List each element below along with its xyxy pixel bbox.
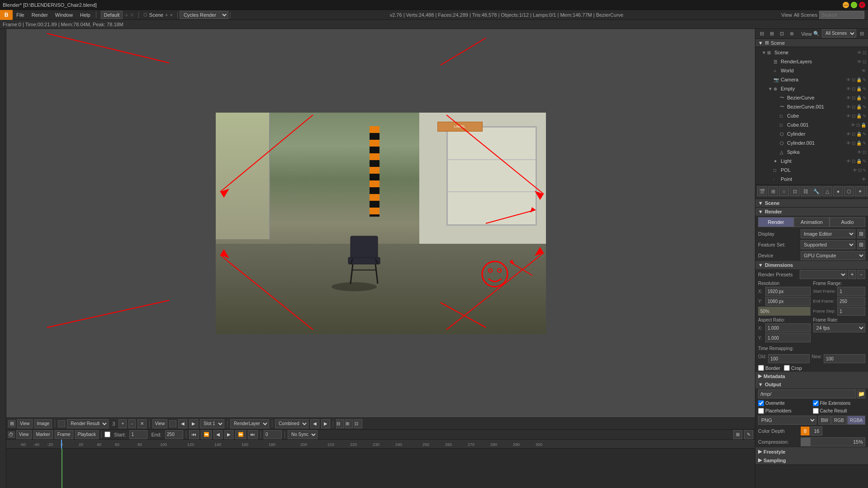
- tl-play-reverse[interactable]: ◀: [213, 430, 223, 439]
- tb-icon3[interactable]: ⊡: [354, 419, 362, 428]
- tl-frame-btn[interactable]: Frame: [55, 430, 73, 439]
- menu-file[interactable]: File: [13, 10, 28, 19]
- scene-cursor[interactable]: ⊡: [863, 50, 866, 55]
- render-layer-select[interactable]: RenderLayer: [230, 419, 269, 428]
- cube-eye[interactable]: 👁: [846, 114, 851, 118]
- bc001-eye[interactable]: 👁: [846, 104, 851, 109]
- pol-edit[interactable]: ✎: [863, 168, 866, 173]
- freestyle-header[interactable]: ▶ Freestyle: [755, 447, 868, 456]
- tree-item-cylinder001[interactable]: ⬡ Cylinder.001 👁 ⊡ 🔒 ✎: [755, 138, 868, 147]
- pol-cursor[interactable]: ⊡: [858, 168, 862, 173]
- cube001-lock[interactable]: 🔒: [861, 123, 866, 128]
- outliner[interactable]: ▼ ⊞ Scene 👁 ⊡ ☰ RenderLayers: [755, 47, 868, 185]
- global-search-input[interactable]: [819, 11, 864, 19]
- cyl-lock[interactable]: 🔒: [856, 132, 862, 137]
- window-controls[interactable]: — □ ✕: [843, 2, 865, 8]
- prop-tab-texture[interactable]: ⬡: [844, 186, 854, 196]
- tb-prev-btn[interactable]: ◀: [178, 419, 187, 428]
- color-depth-8[interactable]: 8: [801, 426, 810, 436]
- prop-scene-header[interactable]: ▼ Scene: [755, 199, 868, 207]
- slot-select[interactable]: Slot 1: [200, 419, 224, 428]
- aspect-x-value[interactable]: 1.000: [765, 323, 811, 332]
- presets-select[interactable]: [800, 270, 847, 279]
- bw-btn[interactable]: BW: [818, 416, 831, 425]
- cube001-eye[interactable]: 👁: [851, 123, 855, 128]
- cube-edit[interactable]: ✎: [863, 114, 866, 118]
- prop-tab-object[interactable]: ⊡: [790, 186, 800, 196]
- tl-start-input[interactable]: [129, 430, 147, 439]
- tree-item-empty[interactable]: ▼ ⊕ Empty 👁 ⊡ 🔒 ✎: [755, 84, 868, 93]
- light-eye[interactable]: 👁: [846, 159, 851, 164]
- prop-tab-material[interactable]: ●: [833, 186, 843, 196]
- timeline-track-area[interactable]: [6, 449, 755, 488]
- placeholders-label[interactable]: Placeholders: [758, 408, 811, 414]
- tb-del-btn[interactable]: -: [128, 419, 135, 428]
- output-path-input[interactable]: [758, 389, 856, 398]
- search-label[interactable]: All Scenes: [794, 12, 817, 18]
- rp-search-icon[interactable]: 🔍: [812, 29, 821, 38]
- tree-item-cube[interactable]: □ Cube 👁 ⊡ 🔒 ✎: [755, 111, 868, 120]
- frame-step-value[interactable]: 1: [837, 307, 865, 316]
- cyl001-cursor[interactable]: ⊡: [852, 141, 855, 146]
- light-cursor[interactable]: ⊡: [852, 159, 855, 164]
- empty-eye[interactable]: 👁: [846, 86, 851, 91]
- spika-cursor[interactable]: ⊡: [863, 150, 866, 155]
- tl-next-frame[interactable]: ⏩: [235, 430, 246, 439]
- tb-add-btn[interactable]: +: [119, 419, 127, 428]
- menu-help[interactable]: Help: [76, 10, 94, 19]
- border-label[interactable]: Border: [758, 365, 780, 371]
- tree-item-scene[interactable]: ▼ ⊞ Scene 👁 ⊡: [755, 48, 868, 57]
- prop-tab-data[interactable]: △: [822, 186, 832, 196]
- layout-selector[interactable]: Default: [101, 11, 123, 19]
- tl-end-input[interactable]: [165, 430, 183, 439]
- tree-item-renderlayers[interactable]: ☰ RenderLayers 👁 ⊡: [755, 57, 868, 66]
- rp-view-label[interactable]: View: [802, 29, 811, 38]
- new-value[interactable]: 100: [824, 354, 865, 363]
- tree-item-cylinder[interactable]: ⬡ Cylinder 👁 ⊡ 🔒 ✎: [755, 129, 868, 138]
- rp-icon-view[interactable]: ⊟: [757, 29, 766, 38]
- file-ext-label[interactable]: File Extensions: [813, 400, 866, 406]
- prop-tab-world[interactable]: ○: [779, 186, 789, 196]
- rp-scenes-select[interactable]: All Scenes: [822, 29, 856, 38]
- tl-icon[interactable]: ⏱: [8, 431, 14, 438]
- file-format-select[interactable]: PNG JPEG OpenEXR: [758, 416, 816, 425]
- tl-playback-btn[interactable]: Playback: [75, 430, 99, 439]
- view-label[interactable]: View: [781, 12, 792, 18]
- color-depth-16[interactable]: 16: [811, 426, 822, 436]
- tree-item-pol[interactable]: □ POL 👁 ⊡ ✎: [755, 166, 868, 175]
- cam-edit[interactable]: ✎: [863, 77, 866, 82]
- placeholders-checkbox[interactable]: [758, 408, 764, 414]
- tl-sync-select[interactable]: No Sync: [288, 430, 318, 439]
- cache-result-checkbox[interactable]: [813, 408, 819, 414]
- presets-del-btn[interactable]: -: [857, 270, 865, 279]
- tl-jump-start[interactable]: ⏮: [189, 430, 199, 439]
- view-mode-icon[interactable]: ⊞: [8, 420, 15, 427]
- bc001-lock[interactable]: 🔒: [856, 104, 862, 109]
- cyl001-edit[interactable]: ✎: [863, 141, 866, 146]
- tb-icon2[interactable]: ⊞: [345, 419, 353, 428]
- light-edit[interactable]: ✎: [863, 159, 866, 164]
- rl-eye[interactable]: 👁: [857, 59, 862, 64]
- cyl-cursor[interactable]: ⊡: [852, 132, 855, 137]
- device-select[interactable]: GPU Compute: [801, 251, 865, 260]
- tl-current-frame[interactable]: [264, 430, 282, 439]
- tb-prev2-btn[interactable]: ◀: [310, 419, 319, 428]
- image-button[interactable]: Image: [34, 419, 52, 428]
- cube-lock[interactable]: 🔒: [856, 114, 862, 118]
- bc-cursor[interactable]: ⊡: [852, 95, 855, 100]
- dimensions-header[interactable]: ▼ Dimensions: [755, 261, 868, 269]
- res-percent[interactable]: 50%: [758, 307, 811, 316]
- rgb-btn[interactable]: RGB: [831, 416, 847, 425]
- pol-eye[interactable]: 👁: [853, 168, 857, 173]
- tl-play[interactable]: ▶: [224, 430, 233, 439]
- tl-marker-btn[interactable]: Marker: [33, 430, 53, 439]
- res-x-value[interactable]: 1920 px: [765, 287, 811, 296]
- prop-tab-constraint[interactable]: ⛓: [801, 186, 811, 196]
- render-result-select[interactable]: Render Result: [67, 419, 109, 428]
- render-tab-animation[interactable]: Animation: [794, 217, 830, 227]
- close-button[interactable]: ✕: [859, 2, 865, 8]
- tree-item-beziercurve[interactable]: 〜 BezierCurve 👁 ⊡ 🔒 ✎: [755, 93, 868, 102]
- menu-render[interactable]: Render: [28, 10, 52, 19]
- feature-set-select[interactable]: Supported: [801, 240, 855, 249]
- maximize-button[interactable]: □: [851, 2, 857, 8]
